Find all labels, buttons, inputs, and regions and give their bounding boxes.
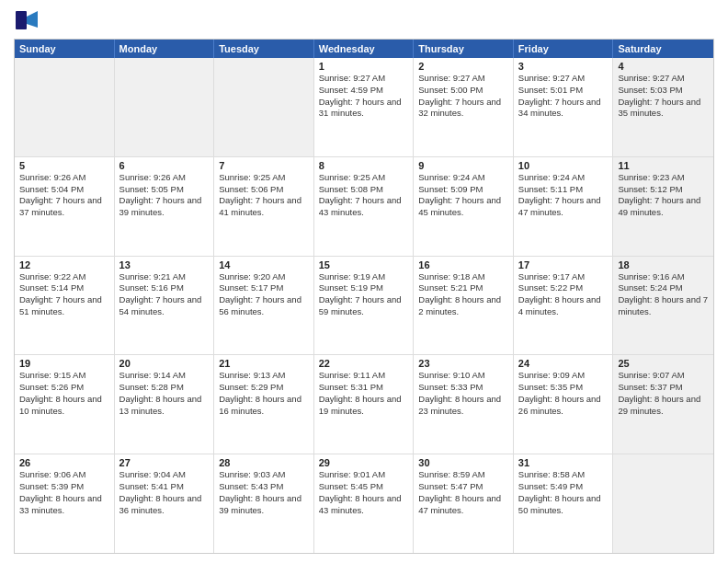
daylight-text: Daylight: 7 hours and 51 minutes. [19, 294, 109, 318]
sunset-text: Sunset: 5:35 PM [518, 382, 609, 394]
sunset-text: Sunset: 5:09 PM [418, 184, 508, 196]
calendar-header: SundayMondayTuesdayWednesdayThursdayFrid… [15, 40, 713, 58]
sunrise-text: Sunrise: 9:04 AM [119, 469, 210, 481]
header-cell-thursday: Thursday [414, 40, 514, 58]
sunrise-text: Sunrise: 9:10 AM [418, 370, 508, 382]
day-cell-10: 10Sunrise: 9:24 AMSunset: 5:11 PMDayligh… [514, 157, 614, 256]
sunrise-text: Sunrise: 9:25 AM [219, 172, 309, 184]
day-number: 17 [518, 259, 609, 270]
sunset-text: Sunset: 5:43 PM [219, 481, 309, 493]
daylight-text: Daylight: 7 hours and 59 minutes. [319, 294, 409, 318]
day-cell-16: 16Sunrise: 9:18 AMSunset: 5:21 PMDayligh… [414, 257, 514, 355]
day-number: 28 [219, 457, 309, 468]
sunrise-text: Sunrise: 9:06 AM [19, 469, 109, 481]
day-cell-26: 26Sunrise: 9:06 AMSunset: 5:39 PMDayligh… [15, 454, 115, 553]
sunset-text: Sunset: 5:05 PM [119, 184, 210, 196]
daylight-text: Daylight: 8 hours and 4 minutes. [518, 294, 609, 318]
sunrise-text: Sunrise: 9:19 AM [319, 271, 409, 283]
day-cell-11: 11Sunrise: 9:23 AMSunset: 5:12 PMDayligh… [613, 157, 713, 256]
sunset-text: Sunset: 5:33 PM [418, 382, 508, 394]
day-number: 12 [19, 259, 109, 270]
sunset-text: Sunset: 5:04 PM [19, 184, 109, 196]
calendar: SundayMondayTuesdayWednesdayThursdayFrid… [14, 39, 714, 554]
day-cell-27: 27Sunrise: 9:04 AMSunset: 5:41 PMDayligh… [115, 454, 215, 553]
sunrise-text: Sunrise: 9:22 AM [19, 271, 109, 283]
sunrise-text: Sunrise: 9:27 AM [518, 73, 609, 85]
daylight-text: Daylight: 7 hours and 31 minutes. [319, 97, 409, 121]
header-cell-wednesday: Wednesday [314, 40, 415, 58]
day-number: 1 [319, 61, 409, 72]
day-cell-23: 23Sunrise: 9:10 AMSunset: 5:33 PMDayligh… [414, 355, 514, 454]
day-cell-14: 14Sunrise: 9:20 AMSunset: 5:17 PMDayligh… [214, 257, 314, 355]
sunrise-text: Sunrise: 9:07 AM [618, 370, 709, 382]
sunset-text: Sunset: 5:37 PM [618, 382, 709, 394]
day-number: 19 [19, 358, 109, 369]
day-cell-28: 28Sunrise: 9:03 AMSunset: 5:43 PMDayligh… [214, 454, 314, 553]
day-cell-6: 6Sunrise: 9:26 AMSunset: 5:05 PMDaylight… [115, 157, 215, 256]
sunrise-text: Sunrise: 9:26 AM [119, 172, 210, 184]
daylight-text: Daylight: 7 hours and 41 minutes. [219, 195, 309, 219]
day-cell-15: 15Sunrise: 9:19 AMSunset: 5:19 PMDayligh… [314, 257, 415, 355]
day-number: 25 [618, 358, 709, 369]
daylight-text: Daylight: 7 hours and 39 minutes. [119, 195, 210, 219]
sunset-text: Sunset: 5:03 PM [618, 85, 709, 97]
sunset-text: Sunset: 5:19 PM [319, 282, 409, 294]
day-number: 8 [319, 160, 409, 171]
sunrise-text: Sunrise: 9:16 AM [618, 271, 709, 283]
sunrise-text: Sunrise: 9:15 AM [19, 370, 109, 382]
daylight-text: Daylight: 8 hours and 2 minutes. [418, 294, 508, 318]
day-cell-12: 12Sunrise: 9:22 AMSunset: 5:14 PMDayligh… [15, 257, 115, 355]
day-cell-24: 24Sunrise: 9:09 AMSunset: 5:35 PMDayligh… [514, 355, 614, 454]
sunset-text: Sunset: 5:47 PM [418, 481, 508, 493]
sunset-text: Sunset: 5:14 PM [19, 282, 109, 294]
sunset-text: Sunset: 5:39 PM [19, 481, 109, 493]
day-number: 7 [219, 160, 309, 171]
daylight-text: Daylight: 8 hours and 26 minutes. [518, 394, 609, 418]
day-cell-8: 8Sunrise: 9:25 AMSunset: 5:08 PMDaylight… [314, 157, 415, 256]
sunset-text: Sunset: 5:41 PM [119, 481, 210, 493]
sunset-text: Sunset: 5:28 PM [119, 382, 210, 394]
empty-cell [115, 58, 215, 156]
sunrise-text: Sunrise: 9:21 AM [119, 271, 210, 283]
daylight-text: Daylight: 8 hours and 7 minutes. [618, 294, 709, 318]
day-number: 27 [119, 457, 210, 468]
day-number: 10 [518, 160, 609, 171]
day-number: 29 [319, 457, 409, 468]
day-number: 6 [119, 160, 210, 171]
daylight-text: Daylight: 7 hours and 43 minutes. [319, 195, 409, 219]
day-number: 30 [418, 457, 508, 468]
sunrise-text: Sunrise: 9:24 AM [418, 172, 508, 184]
day-cell-29: 29Sunrise: 9:01 AMSunset: 5:45 PMDayligh… [314, 454, 415, 553]
daylight-text: Daylight: 8 hours and 47 minutes. [418, 493, 508, 517]
sunset-text: Sunset: 5:29 PM [219, 382, 309, 394]
sunset-text: Sunset: 5:21 PM [418, 282, 508, 294]
sunset-text: Sunset: 5:12 PM [618, 184, 709, 196]
sunset-text: Sunset: 5:16 PM [119, 282, 210, 294]
day-cell-19: 19Sunrise: 9:15 AMSunset: 5:26 PMDayligh… [15, 355, 115, 454]
logo [14, 9, 43, 31]
day-cell-1: 1Sunrise: 9:27 AMSunset: 4:59 PMDaylight… [314, 58, 415, 156]
day-cell-3: 3Sunrise: 9:27 AMSunset: 5:01 PMDaylight… [514, 58, 614, 156]
sunrise-text: Sunrise: 9:18 AM [418, 271, 508, 283]
day-number: 31 [518, 457, 609, 468]
day-number: 3 [518, 61, 609, 72]
day-number: 15 [319, 259, 409, 270]
day-cell-9: 9Sunrise: 9:24 AMSunset: 5:09 PMDaylight… [414, 157, 514, 256]
sunrise-text: Sunrise: 9:17 AM [518, 271, 609, 283]
calendar-row-4: 26Sunrise: 9:06 AMSunset: 5:39 PMDayligh… [15, 454, 713, 553]
day-number: 2 [418, 61, 508, 72]
daylight-text: Daylight: 7 hours and 32 minutes. [418, 97, 508, 121]
header-cell-tuesday: Tuesday [214, 40, 314, 58]
calendar-row-0: 1Sunrise: 9:27 AMSunset: 4:59 PMDaylight… [15, 58, 713, 157]
sunset-text: Sunset: 5:11 PM [518, 184, 609, 196]
day-cell-22: 22Sunrise: 9:11 AMSunset: 5:31 PMDayligh… [314, 355, 415, 454]
day-number: 16 [418, 259, 508, 270]
sunset-text: Sunset: 5:01 PM [518, 85, 609, 97]
sunset-text: Sunset: 5:17 PM [219, 282, 309, 294]
sunset-text: Sunset: 5:22 PM [518, 282, 609, 294]
sunrise-text: Sunrise: 9:01 AM [319, 469, 409, 481]
sunrise-text: Sunrise: 9:11 AM [319, 370, 409, 382]
day-cell-31: 31Sunrise: 8:58 AMSunset: 5:49 PMDayligh… [514, 454, 614, 553]
day-cell-20: 20Sunrise: 9:14 AMSunset: 5:28 PMDayligh… [115, 355, 215, 454]
page-header [14, 9, 714, 31]
